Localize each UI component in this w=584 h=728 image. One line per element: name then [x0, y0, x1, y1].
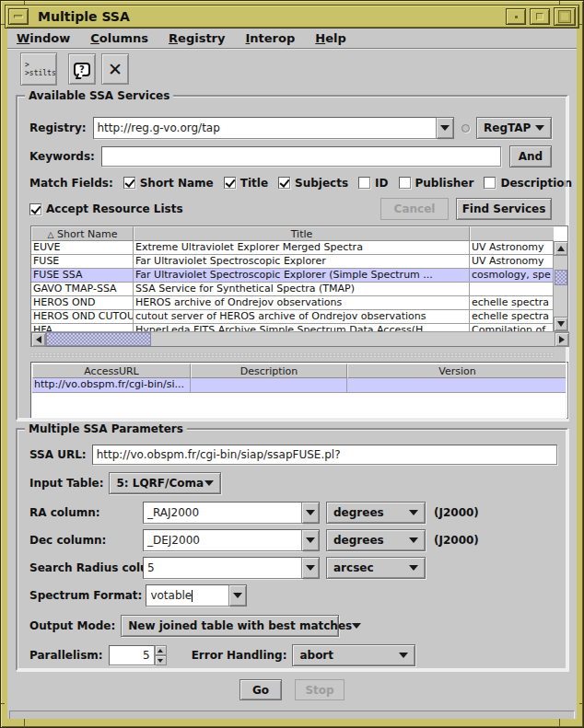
menu-window[interactable]: Window	[17, 31, 70, 45]
ra-column-combobox[interactable]: _RAJ2000	[143, 502, 320, 524]
menu-registry[interactable]: Registry	[169, 31, 225, 45]
output-mode-combobox[interactable]: New joined table with best matches	[121, 615, 339, 637]
chevron-down-icon	[306, 565, 315, 571]
parallelism-spinner[interactable]: 5	[109, 645, 167, 665]
spectrum-format-combobox[interactable]: votable	[146, 584, 247, 607]
triangle-up-icon	[557, 246, 565, 251]
menu-help[interactable]: Help	[315, 31, 345, 45]
stop-button: Stop	[295, 679, 345, 700]
iconify-dot-icon	[515, 16, 518, 18]
input-table-combobox[interactable]: 5: LQRF/Coma	[109, 472, 221, 494]
table-row[interactable]: HEROS OND CUTOUT cutout server of HEROS …	[31, 310, 554, 324]
menu-columns[interactable]: Columns	[90, 31, 148, 45]
vertical-scrollbar[interactable]	[553, 241, 567, 331]
iconify-button[interactable]	[506, 8, 526, 25]
radius-units-combobox[interactable]: arcsec	[326, 557, 426, 579]
search-radius-combobox[interactable]: 5	[143, 557, 320, 579]
checkbox-id[interactable]: ID	[358, 177, 388, 190]
format-dropdown-arrow[interactable]	[229, 584, 247, 607]
checkbox-short-name[interactable]: Short Name	[123, 177, 214, 190]
registry-label: Registry:	[29, 121, 87, 134]
scroll-up-button[interactable]	[554, 241, 568, 256]
stilts-button[interactable]: > >stilts	[20, 52, 57, 86]
table-row[interactable]: GAVO TMAP-SSA SSA Service for Synthetica…	[31, 283, 554, 296]
find-services-button[interactable]: Find Services	[456, 198, 552, 220]
ssa-url-input[interactable]: http://vo.obspm.fr/cgi-bin/siap/ssapFUSE…	[92, 445, 557, 465]
table-row[interactable]: HFA HyperLeda FITS Archive Simple Spectr…	[31, 324, 554, 331]
ra-column-input[interactable]: _RAJ2000	[143, 502, 302, 524]
help-button[interactable]: ?	[68, 53, 96, 85]
restore-button[interactable]	[530, 8, 550, 25]
registry-mode-combobox[interactable]: RegTAP	[476, 117, 552, 139]
scroll-left-button[interactable]	[31, 332, 46, 347]
go-button[interactable]: Go	[239, 679, 282, 700]
access-url-table: AccessURL Description Version http://vo.…	[30, 362, 568, 419]
checkbox-description[interactable]: Description	[484, 177, 572, 190]
registry-dropdown-arrow[interactable]	[437, 117, 454, 139]
horizontal-scrollbar-thumb[interactable]	[46, 332, 151, 346]
multiple-ssa-parameters-group: Multiple SSA Parameters SSA URL: http://…	[16, 428, 568, 671]
close-window-button[interactable]: ✕	[101, 53, 129, 85]
ra-units-combobox[interactable]: degrees	[326, 502, 426, 524]
dec-epoch-label: (J2000)	[434, 534, 479, 547]
triangle-right-icon	[559, 336, 565, 343]
spectrum-format-input[interactable]: votable	[146, 584, 229, 607]
window-menu-button[interactable]	[8, 8, 29, 25]
checkbox-box	[278, 177, 290, 189]
chevron-down-icon	[352, 623, 361, 629]
keywords-input[interactable]	[101, 146, 501, 167]
column-header-short-name[interactable]: △ Short Name	[31, 226, 134, 241]
checkbox-accept-resource-lists[interactable]: Accept Resource Lists	[29, 202, 183, 215]
checkbox-publisher[interactable]: Publisher	[399, 177, 474, 190]
table-row[interactable]: EUVE Extreme Ultraviolet Explorer Merged…	[31, 241, 554, 255]
dec-column-input[interactable]: _DEJ2000	[143, 529, 302, 551]
column-header-title[interactable]: Title	[134, 226, 470, 241]
dec-dropdown-arrow[interactable]	[302, 529, 320, 551]
frame-notch	[24, 719, 25, 727]
checkbox-box	[224, 177, 236, 189]
text-caret	[192, 590, 193, 602]
registry-combobox[interactable]: http://reg.g-vo.org/tap	[93, 117, 455, 139]
registry-input[interactable]: http://reg.g-vo.org/tap	[93, 117, 438, 139]
table-row-selected[interactable]: FUSE SSA Far Ultraviolet Spectroscopic E…	[31, 269, 554, 283]
checkbox-box	[484, 177, 496, 189]
chevron-down-icon	[409, 565, 418, 571]
checkbox-title[interactable]: Title	[224, 177, 268, 190]
dec-units-combobox[interactable]: degrees	[326, 529, 426, 551]
frame-notch	[579, 24, 583, 25]
chevron-down-icon	[399, 653, 408, 658]
horizontal-scrollbar[interactable]	[31, 331, 569, 346]
scroll-right-button[interactable]	[555, 332, 569, 347]
vertical-scrollbar-thumb[interactable]	[555, 270, 567, 285]
split-divider[interactable]	[30, 352, 554, 358]
and-button[interactable]: And	[509, 145, 552, 168]
parallelism-input[interactable]: 5	[109, 645, 155, 665]
ra-dropdown-arrow[interactable]	[302, 502, 320, 524]
column-header-description[interactable]: Description	[191, 364, 347, 378]
column-header-accessurl[interactable]: AccessURL	[32, 364, 191, 378]
maximize-button[interactable]	[554, 7, 576, 26]
search-radius-input[interactable]: 5	[143, 557, 302, 579]
spinner-up-button[interactable]	[155, 645, 167, 655]
close-icon: ✕	[108, 59, 123, 79]
services-table-header: △ Short Name Title	[31, 226, 554, 241]
checkbox-subjects[interactable]: Subjects	[278, 177, 348, 190]
ra-column-label: RA column:	[29, 506, 143, 519]
column-header-version[interactable]: Version	[347, 364, 566, 378]
table-row[interactable]: HEROS OND HEROS archive of Ondrejov obse…	[31, 296, 554, 310]
column-header-subjects[interactable]	[470, 226, 554, 241]
spinner-down-button[interactable]	[155, 655, 167, 665]
dec-column-combobox[interactable]: _DEJ2000	[143, 529, 320, 551]
menu-interop[interactable]: Interop	[245, 31, 295, 45]
input-table-label: Input Table:	[29, 477, 103, 490]
error-handling-combobox[interactable]: abort	[292, 644, 415, 666]
access-table-row-selected[interactable]: http://vo.obspm.fr/cgi-bin/si...	[32, 378, 566, 393]
multiple-ssa-window: Multiple SSA Window Columns Registry Int…	[0, 0, 584, 728]
scroll-down-button[interactable]	[554, 317, 568, 331]
chevron-down-icon	[233, 593, 242, 598]
radius-dropdown-arrow[interactable]	[302, 557, 320, 579]
table-row[interactable]: FUSE Far Ultraviolet Spectroscopic Explo…	[31, 255, 554, 269]
ra-epoch-label: (J2000)	[434, 506, 479, 519]
title-bar[interactable]: Multiple SSA	[5, 5, 579, 29]
window-content: Window Columns Registry Interop Help > >…	[7, 29, 577, 719]
